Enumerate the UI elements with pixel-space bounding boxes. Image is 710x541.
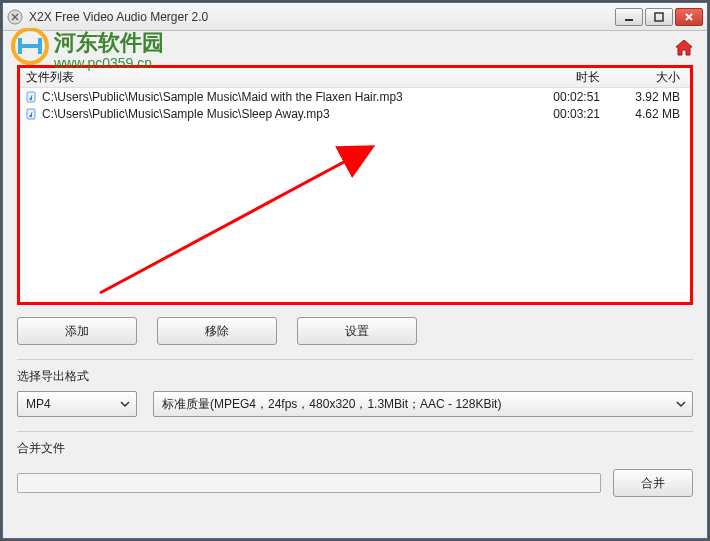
merge-label: 合并文件 xyxy=(17,440,693,457)
svg-line-5 xyxy=(100,148,370,293)
window-title: X2X Free Video Audio Merger 2.0 xyxy=(29,10,615,24)
col-header-duration: 时长 xyxy=(520,69,610,86)
home-icon[interactable] xyxy=(673,37,695,59)
format-label: 选择导出格式 xyxy=(17,368,693,385)
progress-bar xyxy=(17,473,601,493)
music-icon xyxy=(24,107,38,121)
file-path: C:\Users\Public\Music\Sample Music\Maid … xyxy=(42,90,520,104)
app-icon xyxy=(7,9,23,25)
file-duration: 00:02:51 xyxy=(520,90,610,104)
file-list: 文件列表 时长 大小 C:\Users\Public\Music\Sample … xyxy=(17,65,693,305)
col-header-file: 文件列表 xyxy=(20,69,520,86)
file-duration: 00:03:21 xyxy=(520,107,610,121)
table-row[interactable]: C:\Users\Public\Music\Sample Music\Maid … xyxy=(20,88,690,105)
svg-rect-2 xyxy=(655,13,663,21)
music-icon xyxy=(24,90,38,104)
close-button[interactable] xyxy=(675,8,703,26)
file-size: 3.92 MB xyxy=(610,90,690,104)
col-header-size: 大小 xyxy=(610,69,690,86)
titlebar: X2X Free Video Audio Merger 2.0 xyxy=(3,3,707,31)
minimize-button[interactable] xyxy=(615,8,643,26)
remove-button[interactable]: 移除 xyxy=(157,317,277,345)
settings-button[interactable]: 设置 xyxy=(297,317,417,345)
file-path: C:\Users\Public\Music\Sample Music\Sleep… xyxy=(42,107,520,121)
annotation-arrow xyxy=(90,138,390,298)
container-select[interactable]: MP4 xyxy=(17,391,137,417)
file-size: 4.62 MB xyxy=(610,107,690,121)
chevron-down-icon xyxy=(120,399,130,409)
maximize-button[interactable] xyxy=(645,8,673,26)
add-button[interactable]: 添加 xyxy=(17,317,137,345)
quality-select[interactable]: 标准质量(MPEG4，24fps，480x320，1.3MBit；AAC - 1… xyxy=(153,391,693,417)
table-row[interactable]: C:\Users\Public\Music\Sample Music\Sleep… xyxy=(20,105,690,122)
chevron-down-icon xyxy=(676,399,686,409)
merge-button[interactable]: 合并 xyxy=(613,469,693,497)
